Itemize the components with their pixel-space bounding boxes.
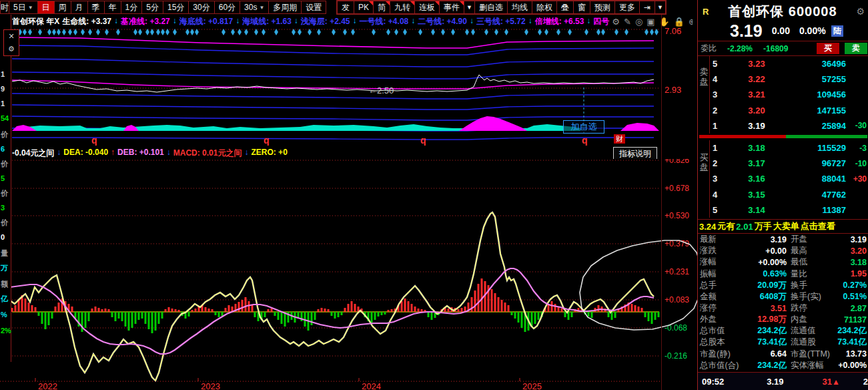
level-number: 3 xyxy=(710,174,723,184)
tool-button-⇥[interactable]: ⇥ xyxy=(639,1,655,14)
level-volume: 25894 xyxy=(790,121,846,131)
macd-histogram-bar xyxy=(598,305,600,312)
info-row: 总市值(合)234.2亿实体涨幅+0.00% xyxy=(698,360,868,371)
hand-icon[interactable]: ✋ xyxy=(659,17,670,27)
info-value: 234.2亿 xyxy=(833,325,868,337)
period-button-60分[interactable]: 60分 xyxy=(214,1,240,14)
period-button-多周期[interactable]: 多周期 xyxy=(268,1,301,14)
level-volume: 47762 xyxy=(790,190,846,200)
tool-button-九转[interactable]: 九转 xyxy=(390,1,414,14)
ex-rights-q-mark: q xyxy=(91,135,97,146)
gear-icon[interactable]: ⚙ xyxy=(612,17,620,27)
indicator-value: 首创环保 年X xyxy=(12,16,59,27)
order-book-row[interactable]: 53.2336496 xyxy=(710,56,868,71)
gear-icon[interactable]: ⚙ xyxy=(8,45,15,53)
tool-button-叠[interactable]: 叠 xyxy=(556,1,573,14)
order-book-row[interactable]: 33.1688041+30 xyxy=(710,171,868,186)
tool-button-窗[interactable]: 窗 xyxy=(573,1,590,14)
toolbox-icon[interactable]: ▣ xyxy=(646,17,655,27)
macd-histogram-bar xyxy=(178,310,180,312)
indicator-value: 倍增线: +6.53 xyxy=(535,16,584,27)
order-book-row[interactable]: 43.2257255 xyxy=(710,71,868,87)
lock-icon[interactable]: 🔒 xyxy=(674,17,685,27)
level-line-二号线 xyxy=(12,59,654,67)
period-button-5分[interactable]: 5分 xyxy=(141,1,163,14)
tool-button-均线[interactable]: 均线 xyxy=(507,1,532,14)
macd-axis-label: -0.216 xyxy=(665,351,687,361)
macd-histogram-bar xyxy=(534,312,536,324)
order-book-row[interactable]: 13.1925894-30 xyxy=(710,118,868,134)
info-value: 0.51% xyxy=(833,292,868,301)
period-button-30s[interactable]: 30s▼ xyxy=(240,1,268,14)
add-watchlist-button[interactable]: 加自选 xyxy=(563,120,604,134)
tool-button-事件[interactable]: 事件 xyxy=(439,1,464,14)
large-order-notice[interactable]: 3.24元有2.01万手大卖单点击查看 xyxy=(698,219,868,234)
tool-button-发[interactable]: 发 xyxy=(337,1,354,14)
macd-histogram-bar xyxy=(478,284,480,312)
tool-button-▼[interactable]: ▼ xyxy=(655,1,666,14)
period-button-30分[interactable]: 30分 xyxy=(188,1,213,14)
tool-button-▼[interactable]: ▼ xyxy=(464,1,474,14)
level-delta: -3 xyxy=(846,144,868,153)
tool-button-更多[interactable]: 更多 xyxy=(614,1,639,14)
macd-histogram-bar xyxy=(458,309,460,312)
tool-button-预测[interactable]: 预测 xyxy=(590,1,614,14)
macd-histogram-bar xyxy=(428,312,430,317)
notice-segment: 万手 xyxy=(755,220,772,232)
period-button-1分[interactable]: 1分 xyxy=(121,1,142,14)
macd-histogram-bar xyxy=(171,309,173,312)
macd-histogram-bar xyxy=(48,312,50,325)
macd-chart[interactable]: +0.826+0.678+0.530+0.379+0.231+0.083-0.0… xyxy=(0,159,706,390)
status-price: 3.19 xyxy=(767,377,783,387)
level-number: 5 xyxy=(710,205,723,215)
order-book-row[interactable]: 23.1796727-10 xyxy=(710,156,868,171)
period-button-季[interactable]: 季 xyxy=(87,1,104,14)
period-button-日[interactable]: 日 xyxy=(37,1,54,14)
period-button-年[interactable]: 年 xyxy=(104,1,121,14)
order-book-row[interactable]: 43.1547762 xyxy=(710,187,868,202)
finance-badge[interactable]: 财 xyxy=(614,134,625,144)
panel-gear-icon[interactable]: ⚙ xyxy=(856,6,865,17)
signal-diamond-marker xyxy=(47,29,51,35)
macd-histogram-bar xyxy=(564,312,566,317)
eye-icon[interactable]: ◎ xyxy=(635,17,642,27)
tool-button-除权[interactable]: 除权 xyxy=(532,1,556,14)
macd-histogram-bar xyxy=(418,309,420,312)
info-value: 3.19 xyxy=(833,235,868,244)
info-value: 1.95 xyxy=(833,269,868,278)
left-strip-char: 量 xyxy=(1,250,8,257)
ma-line xyxy=(12,80,654,89)
level-price: 3.15 xyxy=(723,190,790,200)
tool-button-简[interactable]: 简 xyxy=(373,1,390,14)
macd-histogram-bar xyxy=(571,312,573,317)
level-number: 4 xyxy=(710,190,723,200)
zoom-in-icon[interactable]: ⊕ xyxy=(689,17,693,27)
period-button-月[interactable]: 月 xyxy=(71,1,87,14)
level-volume: 115529 xyxy=(790,143,846,153)
order-book-row[interactable]: 13.18115529-3 xyxy=(710,140,868,156)
order-book-row[interactable]: 23.20147155 xyxy=(710,103,868,118)
stock-name-code[interactable]: 首创环保 600008 xyxy=(709,3,856,21)
exchange-badge: 陆 xyxy=(831,25,843,37)
level-line-倍增线 xyxy=(12,37,654,48)
left-strip-char: 0 xyxy=(1,234,5,241)
macd-histogram-bar xyxy=(655,312,657,320)
info-label: 总手 xyxy=(698,280,741,291)
tool-button-PK[interactable]: PK xyxy=(354,1,373,14)
info-value: 6408万 xyxy=(741,291,787,303)
period-button-时[interactable]: 时 xyxy=(0,1,9,14)
order-book-row[interactable]: 33.21109456 xyxy=(710,87,868,102)
order-book-row[interactable]: 53.1411387 xyxy=(710,202,868,218)
period-button-15分[interactable]: 15分 xyxy=(163,1,188,14)
pen-icon[interactable]: ✎ xyxy=(624,17,631,27)
period-button-设置[interactable]: 设置 xyxy=(301,1,326,14)
sell-button[interactable]: 卖 xyxy=(845,43,867,54)
left-quote-strip: 19154价6价5价3价0量万额亿%2% xyxy=(0,15,11,362)
period-button-5日[interactable]: 5日▼ xyxy=(9,1,37,14)
indicator-help-button[interactable]: 指标说明 xyxy=(613,147,657,159)
buy-button[interactable]: 买 xyxy=(817,43,839,54)
period-button-周[interactable]: 周 xyxy=(54,1,71,14)
close-icon[interactable]: ✕ xyxy=(8,32,14,41)
tool-button-连板[interactable]: 连板 xyxy=(414,1,439,14)
tool-button-删自选[interactable]: 删自选 xyxy=(474,1,507,14)
